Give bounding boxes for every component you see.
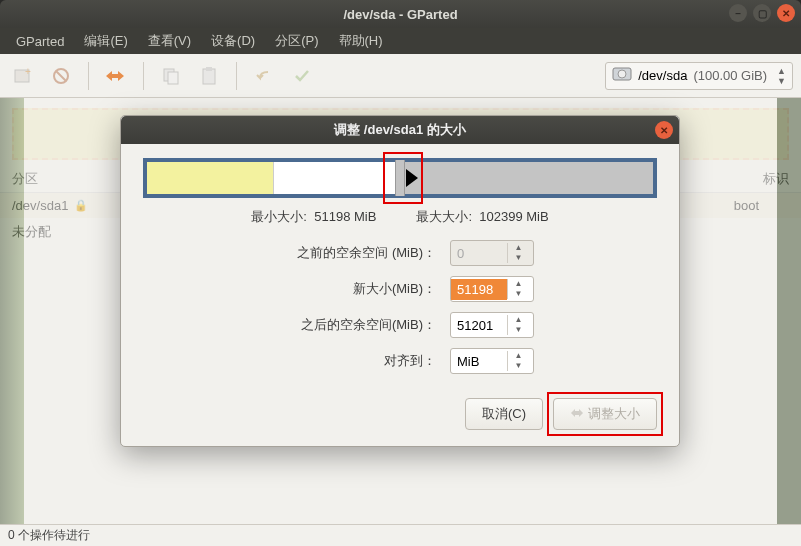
menu-device[interactable]: 设备(D) <box>203 30 263 52</box>
resize-dialog: 调整 /dev/sda1 的大小 ✕ 最小大小: 51198 MiB 最大大小:… <box>120 115 680 447</box>
spin-down-icon[interactable]: ▼ <box>508 361 529 371</box>
before-free-spinner: ▲▼ <box>450 240 534 266</box>
after-free-input[interactable] <box>451 315 507 336</box>
menu-help[interactable]: 帮助(H) <box>331 30 391 52</box>
copy-icon[interactable] <box>156 61 186 91</box>
new-size-input[interactable] <box>451 279 507 300</box>
col-partition: 分区 <box>12 170 132 188</box>
svg-rect-7 <box>206 67 212 71</box>
partition-flag: boot <box>734 198 759 213</box>
menubar: GParted 编辑(E) 查看(V) 设备(D) 分区(P) 帮助(H) <box>0 28 801 54</box>
new-size-label: 新大小(MiB)： <box>250 280 450 298</box>
harddisk-icon <box>612 66 632 85</box>
partition-name: 未分配 <box>12 223 51 241</box>
align-selector[interactable]: ▲▼ <box>450 348 534 374</box>
menu-partition[interactable]: 分区(P) <box>267 30 326 52</box>
align-input[interactable] <box>451 351 507 372</box>
resize-handle[interactable] <box>395 160 405 196</box>
apply-icon[interactable] <box>287 61 317 91</box>
spin-up-icon[interactable]: ▲ <box>508 279 529 289</box>
menu-gparted[interactable]: GParted <box>8 32 72 51</box>
paste-icon[interactable] <box>194 61 224 91</box>
cancel-button[interactable]: 取消(C) <box>465 398 543 430</box>
new-partition-icon[interactable]: + <box>8 61 38 91</box>
spin-down-icon[interactable]: ▼ <box>508 325 529 335</box>
max-size-label: 最大大小: 102399 MiB <box>416 208 548 226</box>
partition-resize-bar[interactable] <box>143 158 657 198</box>
lock-icon: 🔒 <box>74 199 88 212</box>
spin-up-icon[interactable]: ▲ <box>508 315 529 325</box>
free-space-region <box>274 162 401 194</box>
partition-name: /dev/sda1 <box>12 198 68 213</box>
dialog-title: 调整 /dev/sda1 的大小 <box>334 121 465 139</box>
window-titlebar: /dev/sda - GParted – ▢ ✕ <box>0 0 801 28</box>
after-free-label: 之后的空余空间(MiB)： <box>250 316 450 334</box>
spin-up-icon: ▲ <box>508 243 529 253</box>
resize-icon <box>570 407 584 422</box>
min-size-label: 最小大小: 51198 MiB <box>251 208 376 226</box>
device-size: (100.00 GiB) <box>693 68 767 83</box>
arrow-right-icon <box>406 169 418 187</box>
before-free-label: 之前的空余空间 (MiB)： <box>250 244 450 262</box>
close-button[interactable]: ✕ <box>777 4 795 22</box>
undo-icon[interactable] <box>249 61 279 91</box>
menu-edit[interactable]: 编辑(E) <box>76 30 135 52</box>
spin-down-icon[interactable]: ▼ <box>508 289 529 299</box>
after-free-spinner[interactable]: ▲▼ <box>450 312 534 338</box>
resize-button[interactable]: 调整大小 <box>553 398 657 430</box>
device-name: /dev/sda <box>638 68 687 83</box>
before-free-input <box>451 243 507 264</box>
resize-move-icon[interactable] <box>101 61 131 91</box>
used-space-region <box>147 162 274 194</box>
maximize-button[interactable]: ▢ <box>753 4 771 22</box>
spin-down-icon: ▼ <box>508 253 529 263</box>
svg-text:+: + <box>25 66 31 77</box>
dialog-close-button[interactable]: ✕ <box>655 121 673 139</box>
svg-rect-5 <box>168 72 178 84</box>
new-size-spinner[interactable]: ▲▼ <box>450 276 534 302</box>
toolbar: + /dev/sda (100.00 GiB) ▲▼ <box>0 54 801 98</box>
statusbar: 0 个操作待进行 <box>0 524 801 546</box>
svg-line-3 <box>56 71 66 81</box>
spin-up-icon[interactable]: ▲ <box>508 351 529 361</box>
svg-point-9 <box>618 70 626 78</box>
svg-rect-6 <box>203 69 215 84</box>
menu-view[interactable]: 查看(V) <box>140 30 199 52</box>
delete-partition-icon[interactable] <box>46 61 76 91</box>
minimize-button[interactable]: – <box>729 4 747 22</box>
status-text: 0 个操作待进行 <box>8 527 90 544</box>
dropdown-icon: ▲▼ <box>777 66 786 86</box>
dialog-titlebar: 调整 /dev/sda1 的大小 ✕ <box>121 116 679 144</box>
window-title: /dev/sda - GParted <box>343 7 457 22</box>
align-label: 对齐到： <box>250 352 450 370</box>
device-selector[interactable]: /dev/sda (100.00 GiB) ▲▼ <box>605 62 793 90</box>
col-flag: 标识 <box>763 170 789 188</box>
